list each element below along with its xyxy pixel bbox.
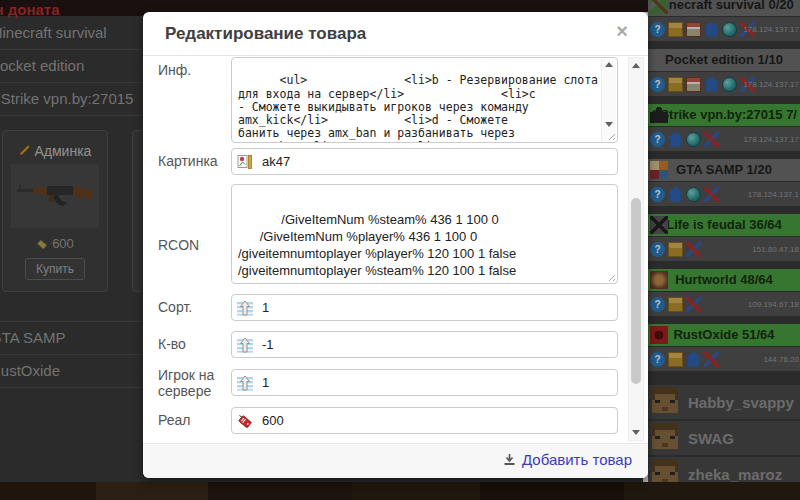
info-textarea[interactable]: <ul> <li>b - Резервирование слота для вх… xyxy=(231,57,618,143)
player-on-server-label: Игрок на сервере xyxy=(158,367,226,399)
player-on-server-input[interactable]: 1 xyxy=(231,369,618,396)
dialog-header: Редактирование товара × xyxy=(143,12,648,56)
image-label: Картинка xyxy=(158,153,226,169)
real-price-value: 600 xyxy=(262,413,284,428)
scrollbar-thumb[interactable] xyxy=(631,198,641,384)
qty-input[interactable]: -1 xyxy=(231,331,618,358)
image-input[interactable]: ak47 xyxy=(231,148,618,175)
player-on-server-value: 1 xyxy=(262,375,269,390)
real-label: Реал xyxy=(158,412,226,428)
dialog-footer: Добавить товар xyxy=(143,443,648,478)
image-value: ak47 xyxy=(262,154,290,169)
sort-icon xyxy=(237,375,253,391)
rcon-label: RCON xyxy=(158,237,226,253)
rcon-text: /GiveItemNum %steam% 436 1 100 0 /GiveIt… xyxy=(238,212,516,278)
page: Магазин доната Minecraft survivalPocket … xyxy=(0,0,800,500)
sort-input[interactable]: 1 xyxy=(231,294,618,321)
scroll-up-icon[interactable] xyxy=(632,63,640,68)
price-tag-icon xyxy=(237,413,253,429)
add-product-label: Добавить товар xyxy=(522,451,632,468)
dialog-title: Редактирование товара xyxy=(165,24,366,44)
rcon-textarea[interactable]: /GiveItemNum %steam% 436 1 100 0 /GiveIt… xyxy=(231,184,618,284)
info-label: Инф. xyxy=(158,62,226,78)
modal-scrollbar[interactable] xyxy=(628,57,644,441)
real-price-input[interactable]: 600 xyxy=(231,407,618,434)
info-text: <ul> <li>b - Резервирование слота для вх… xyxy=(238,73,598,143)
sort-icon xyxy=(237,337,253,353)
qty-label: К-во xyxy=(158,336,226,352)
qty-value: -1 xyxy=(262,337,274,352)
scroll-down-icon[interactable] xyxy=(632,430,640,435)
edit-product-dialog: Редактирование товара × Инф. <ul> <li>b … xyxy=(143,12,648,478)
scroll-up-icon[interactable] xyxy=(605,62,613,67)
sort-icon xyxy=(237,300,253,316)
image-icon xyxy=(237,154,253,170)
download-icon xyxy=(503,453,516,466)
scroll-down-icon[interactable] xyxy=(605,122,613,127)
close-icon[interactable]: × xyxy=(616,20,628,43)
sort-label: Сорт. xyxy=(158,299,226,315)
info-scrollbar[interactable] xyxy=(601,59,616,141)
add-product-button[interactable]: Добавить товар xyxy=(503,451,632,468)
resize-grip-icon[interactable] xyxy=(606,272,615,281)
sort-value: 1 xyxy=(262,300,269,315)
